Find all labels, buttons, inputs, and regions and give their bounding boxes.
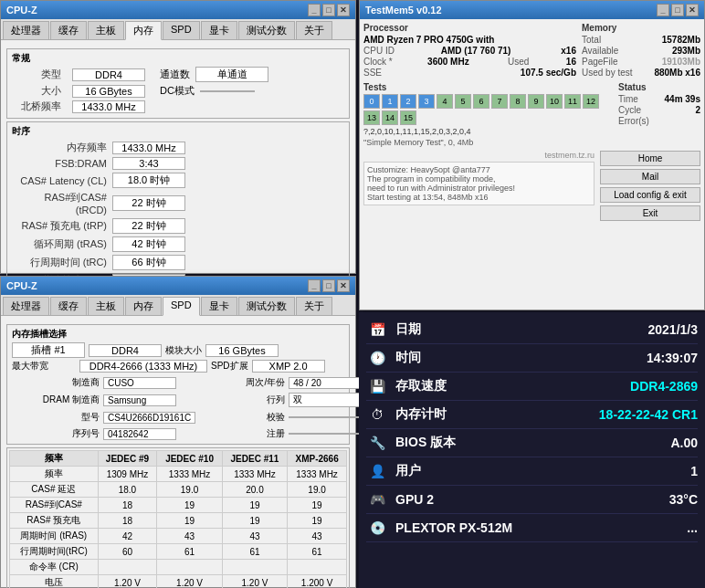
ras-value: 42 时钟 xyxy=(112,236,185,252)
rows-row: 行列 双 xyxy=(197,393,362,407)
tab-spd[interactable]: SPD xyxy=(163,21,200,39)
serial-value: 04182642 xyxy=(103,428,176,440)
timing-cell-6-2 xyxy=(157,560,222,575)
timing-cell-1-3: 20.0 xyxy=(222,482,287,498)
tab-motherboard[interactable]: 主板 xyxy=(88,21,124,39)
rp-label: RAS# 预充电 (tRP) xyxy=(12,219,112,233)
cpu-id-x16: x16 xyxy=(561,46,576,56)
part-value: CS4U2666D19161C xyxy=(103,412,195,424)
clock-row: Clock * 3600 MHz Used 16 xyxy=(363,57,576,67)
minimize-button[interactable]: _ xyxy=(308,4,321,16)
timing-cell-3-3: 19 xyxy=(222,513,287,529)
bot-tab-gpu[interactable]: 显卡 xyxy=(201,297,237,315)
cpuz-top-title: CPU-Z xyxy=(6,5,37,16)
info-text: Customize: Heavy5opt @anta777 The progra… xyxy=(367,165,515,202)
minimize-button-tm[interactable]: _ xyxy=(657,4,669,16)
info-row-0: 📅日期2021/1/3 xyxy=(366,316,698,344)
check-row: 校验 xyxy=(197,411,362,424)
bot-tab-processor[interactable]: 处理器 xyxy=(3,297,49,315)
bot-tab-memory[interactable]: 内存 xyxy=(125,297,162,315)
window-controls: _ □ ✕ xyxy=(308,4,350,16)
timing-cell-5-4: 61 xyxy=(288,544,347,560)
dc-value xyxy=(200,90,255,92)
clock-value: 3600 MHz xyxy=(427,57,469,67)
common-title: 常规 xyxy=(12,52,344,65)
window-controls-bot: _ □ ✕ xyxy=(308,279,350,292)
info-label-0: 日期 xyxy=(395,321,648,338)
num-cell-7: 7 xyxy=(491,94,508,109)
info-icon-5: 👤 xyxy=(366,460,388,482)
timing-cell-7-0: 电压 xyxy=(10,575,99,589)
maximize-button-bot[interactable]: □ xyxy=(322,279,335,292)
exit-button[interactable]: Exit xyxy=(600,205,700,221)
info-value-7: ... xyxy=(687,520,698,535)
cpu-id-row: CPU ID AMD (17 760 71) x16 xyxy=(363,46,576,56)
total-label: Total xyxy=(582,35,601,45)
timing-cell-6-1 xyxy=(98,560,157,575)
timing-cell-7-3: 1.20 V xyxy=(222,575,287,589)
avail-row: Available 293Mb xyxy=(582,46,700,56)
info-icon-2: 💾 xyxy=(366,375,388,397)
cpuz-top-titlebar: CPU-Z _ □ ✕ xyxy=(1,1,355,19)
num-cell-10: 10 xyxy=(546,94,563,109)
rc-value: 66 时钟 xyxy=(112,255,185,270)
rows-label: 行列 xyxy=(197,394,289,406)
bot-tab-cache[interactable]: 缓存 xyxy=(50,297,87,315)
tab-processor[interactable]: 处理器 xyxy=(3,21,49,39)
spd-ext-label: SPD扩展 xyxy=(211,360,248,373)
spd-panel: 内存插槽选择 插槽 #1 DDR4 模块大小 16 GBytes 最大带宽 DD… xyxy=(1,316,355,588)
rcd-row: RAS#到CAS# (tRCD) 22 时钟 xyxy=(12,191,344,215)
time-label: Time xyxy=(618,94,638,104)
bot-tab-benchmark[interactable]: 测试分数 xyxy=(238,297,295,315)
channels-label: 通道数 xyxy=(160,68,190,81)
timing-cell-2-2: 19 xyxy=(157,498,222,513)
info-label-1: 时间 xyxy=(395,350,647,366)
tab-cache[interactable]: 缓存 xyxy=(50,21,87,39)
timing-cell-4-2: 43 xyxy=(157,529,222,544)
tab-memory[interactable]: 内存 xyxy=(125,21,162,40)
timing-cell-2-0: RAS#到CAS# xyxy=(10,498,99,513)
tab-gpu[interactable]: 显卡 xyxy=(201,21,237,39)
timing-cell-0-1: 1309 MHz xyxy=(98,467,157,482)
minimize-button-bot[interactable]: _ xyxy=(308,279,321,292)
reg-value xyxy=(289,433,362,435)
info-area: testmem.tz.ru Customize: Heavy5opt @anta… xyxy=(363,151,595,221)
type-value: DDR4 xyxy=(72,68,145,81)
cpuz-spd-window: CPU-Z _ □ ✕ 处理器 缓存 主板 内存 SPD 显卡 测试分数 关于 … xyxy=(0,276,356,588)
serial-row: 序列号 04182642 xyxy=(12,427,195,440)
close-button[interactable]: ✕ xyxy=(337,4,350,16)
time-row: Time 44m 39s xyxy=(618,94,700,104)
info-icon-0: 📅 xyxy=(366,319,388,341)
dram-mfr-value: Samsung xyxy=(103,394,176,406)
tab-about[interactable]: 关于 xyxy=(296,21,332,39)
info-value-2: DDR4-2869 xyxy=(630,379,698,394)
bot-tab-about[interactable]: 关于 xyxy=(296,297,332,315)
tab-benchmark[interactable]: 测试分数 xyxy=(238,21,295,39)
rcd-label: RAS#到CAS# (tRCD) xyxy=(12,191,112,215)
pagefile-label: PageFile xyxy=(582,57,617,67)
close-button-tm[interactable]: ✕ xyxy=(686,4,699,16)
nb-freq-label: 北桥频率 xyxy=(12,100,67,113)
processor-title: Processor xyxy=(363,23,576,33)
num-cell-8: 8 xyxy=(510,94,526,109)
status-title: Status xyxy=(618,82,700,92)
maximize-button[interactable]: □ xyxy=(322,4,335,16)
info-row-6: 🎮GPU 233°C xyxy=(366,486,698,514)
timing-cell-3-1: 18 xyxy=(98,513,157,529)
maximize-button-tm[interactable]: □ xyxy=(671,4,684,16)
close-button-bot[interactable]: ✕ xyxy=(337,279,350,292)
week-year-value: 48 / 20 xyxy=(289,377,362,389)
num-cell-12: 12 xyxy=(583,94,599,109)
max-bw: DDR4-2666 (1333 MHz) xyxy=(79,360,207,373)
info-row-1: 🕐时间14:39:07 xyxy=(366,344,698,373)
load-config-button[interactable]: Load config & exit xyxy=(600,187,700,203)
cas-label: CAS# Latency (CL) xyxy=(12,175,112,186)
bot-tab-motherboard[interactable]: 主板 xyxy=(88,297,124,315)
home-button[interactable]: Home xyxy=(600,151,700,166)
info-value-4: A.00 xyxy=(670,436,698,450)
clock-used-label: Used xyxy=(508,57,529,67)
cpuz-bot-titlebar: CPU-Z _ □ ✕ xyxy=(1,277,355,295)
bot-tab-spd[interactable]: SPD xyxy=(163,297,200,316)
freq-row: 内存频率 1433.0 MHz xyxy=(12,141,344,154)
mail-button[interactable]: Mail xyxy=(600,169,700,184)
